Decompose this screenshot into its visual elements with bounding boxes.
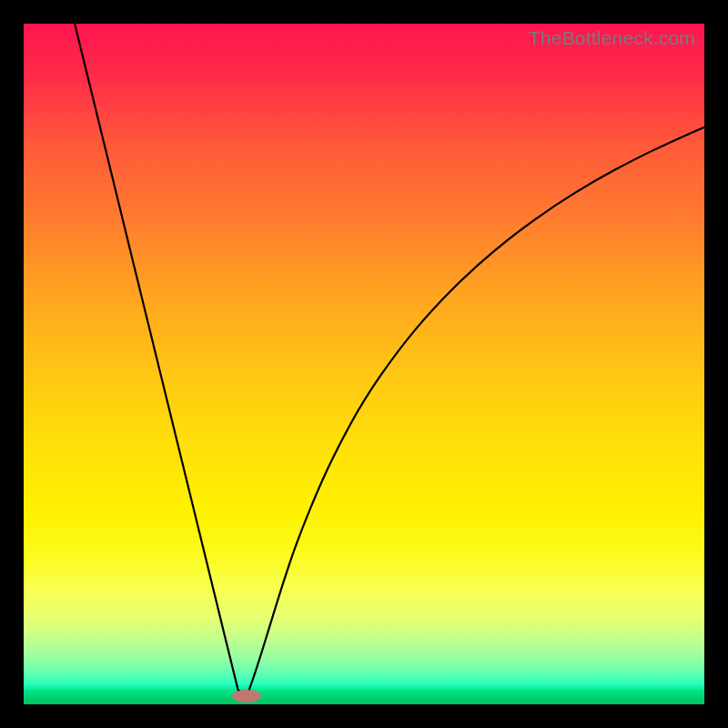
chart-frame: TheBottleneck.com [24, 24, 704, 704]
curve-right-branch [247, 127, 704, 696]
watermark-text: TheBottleneck.com [529, 27, 695, 49]
bottleneck-curve [24, 24, 704, 704]
curve-left-branch [75, 24, 247, 696]
